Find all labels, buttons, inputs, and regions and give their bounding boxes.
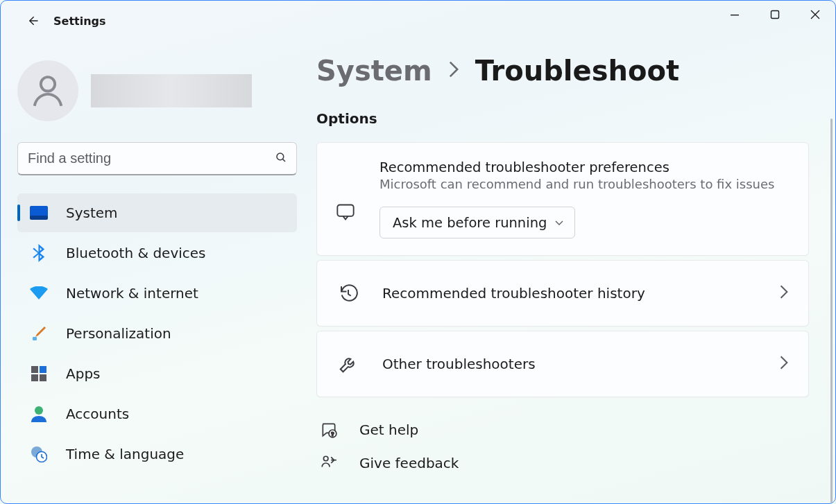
sidebar-item-apps[interactable]: Apps <box>17 354 297 393</box>
vertical-scrollbar[interactable] <box>830 119 833 503</box>
app-title: Settings <box>53 15 106 28</box>
wifi-icon <box>30 284 48 302</box>
svg-rect-6 <box>33 337 37 340</box>
dropdown-value: Ask me before running <box>393 215 547 231</box>
svg-rect-1 <box>771 11 779 19</box>
breadcrumb-parent[interactable]: System <box>316 55 432 87</box>
avatar <box>17 60 78 121</box>
profile-name-redacted <box>91 74 252 107</box>
close-icon <box>810 10 820 19</box>
help-links: ? Get help Give feedback <box>316 421 809 472</box>
get-help-link[interactable]: ? Get help <box>316 421 809 439</box>
wrench-icon <box>338 354 359 374</box>
close-button[interactable] <box>795 1 835 28</box>
sidebar-item-label: Apps <box>66 365 101 382</box>
minimize-button[interactable] <box>715 1 755 28</box>
chevron-down-icon <box>554 217 565 228</box>
help-icon: ? <box>319 421 339 439</box>
svg-rect-7 <box>31 366 38 373</box>
sidebar-item-bluetooth[interactable]: Bluetooth & devices <box>17 234 297 272</box>
pref-subtitle: Microsoft can recommend and run troubles… <box>379 177 790 191</box>
pref-dropdown[interactable]: Ask me before running <box>379 207 575 238</box>
search-input[interactable] <box>17 142 297 175</box>
content: System Bluetooth & devices Network & int… <box>1 41 835 503</box>
svg-point-3 <box>277 153 284 160</box>
svg-point-2 <box>41 77 55 91</box>
profile-block[interactable] <box>17 60 297 121</box>
link-label: Give feedback <box>359 455 459 471</box>
svg-rect-0 <box>731 15 739 15</box>
row-label: Other troubleshooters <box>382 356 756 372</box>
feedback-icon <box>319 454 339 472</box>
maximize-icon <box>770 10 780 19</box>
main-panel: System Troubleshoot Options Recommended … <box>316 41 835 503</box>
svg-point-11 <box>35 406 43 415</box>
sidebar-item-label: Network & internet <box>66 285 198 302</box>
minimize-icon <box>730 10 740 19</box>
nav: System Bluetooth & devices Network & int… <box>17 193 297 473</box>
brush-icon <box>30 324 48 342</box>
sidebar-item-network[interactable]: Network & internet <box>17 274 297 313</box>
row-label: Recommended troubleshooter history <box>382 285 756 302</box>
sidebar-item-system[interactable]: System <box>17 193 297 232</box>
sidebar-item-personalization[interactable]: Personalization <box>17 314 297 353</box>
back-button[interactable] <box>19 7 46 35</box>
give-feedback-link[interactable]: Give feedback <box>316 454 809 472</box>
titlebar: Settings <box>1 1 835 41</box>
system-icon <box>30 204 48 222</box>
card-troubleshooter-preferences: Recommended troubleshooter preferences M… <box>316 142 809 256</box>
options-heading: Options <box>316 110 809 127</box>
svg-rect-8 <box>40 366 46 373</box>
sidebar-item-accounts[interactable]: Accounts <box>17 394 297 433</box>
sidebar-item-label: Bluetooth & devices <box>66 245 206 261</box>
sidebar-item-label: System <box>66 205 118 221</box>
maximize-button[interactable] <box>755 1 795 28</box>
breadcrumb: System Troubleshoot <box>316 55 809 87</box>
breadcrumb-current: Troubleshoot <box>475 55 679 87</box>
svg-rect-14 <box>337 205 353 216</box>
sidebar-item-label: Time & language <box>66 446 184 462</box>
svg-rect-5 <box>30 216 48 220</box>
pref-title: Recommended troubleshooter preferences <box>379 159 790 175</box>
sidebar-item-label: Personalization <box>66 325 171 342</box>
sidebar-item-label: Accounts <box>66 406 129 422</box>
svg-point-19 <box>323 456 328 461</box>
card-other-troubleshooters[interactable]: Other troubleshooters <box>316 331 809 397</box>
svg-rect-9 <box>31 374 38 381</box>
svg-text:?: ? <box>331 431 334 437</box>
card-troubleshooter-history[interactable]: Recommended troubleshooter history <box>316 260 809 327</box>
sidebar: System Bluetooth & devices Network & int… <box>1 41 316 503</box>
chevron-right-icon <box>779 355 789 373</box>
chevron-right-icon <box>447 60 460 81</box>
chat-icon <box>335 186 356 238</box>
bluetooth-icon <box>30 244 48 262</box>
svg-rect-10 <box>40 374 46 381</box>
back-arrow-icon <box>26 14 40 28</box>
search-wrap <box>17 142 297 175</box>
accounts-icon <box>30 405 48 423</box>
search-icon <box>275 151 287 166</box>
person-icon <box>28 71 68 111</box>
history-icon <box>338 283 359 304</box>
apps-icon <box>30 365 48 383</box>
link-label: Get help <box>359 422 418 438</box>
window-controls <box>715 1 835 28</box>
sidebar-item-time-language[interactable]: Time & language <box>17 435 297 473</box>
chevron-right-icon <box>779 284 789 302</box>
clock-globe-icon <box>30 445 48 463</box>
